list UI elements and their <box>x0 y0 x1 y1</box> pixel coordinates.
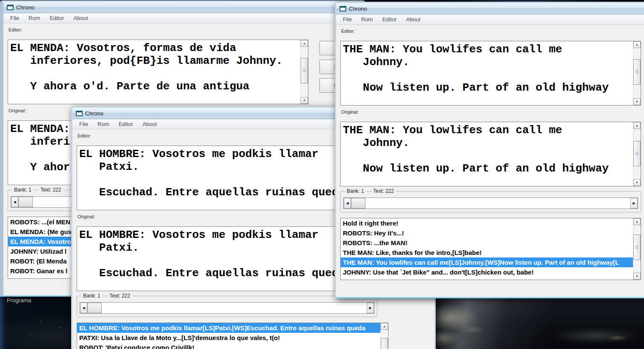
text-count-label: Text: 222 <box>371 188 396 194</box>
scroll-up-icon[interactable]: ▲ <box>381 323 388 330</box>
window-title: Chrono <box>85 110 104 117</box>
list-item[interactable]: ROBOTS: ...the MAN! <box>341 238 641 248</box>
editor-label: Editor: <box>9 27 22 32</box>
window-slot-front-right: Chrono FileRomEditorAbout Editor: THE MA… <box>335 2 644 298</box>
scroll-down-icon[interactable]: ▼ <box>633 98 641 105</box>
bank-label: Bank: 1 <box>81 293 102 299</box>
menu-bar: FileRomEditorAbout <box>3 13 364 23</box>
text-count-label: Text: 222 <box>108 293 132 299</box>
title-bar[interactable]: Chrono <box>3 2 364 13</box>
scroll-right-icon[interactable]: ▶ <box>367 303 374 313</box>
scrollbar-thumb[interactable] <box>381 338 388 349</box>
list-scrollbar[interactable]: ▲ ▼ <box>633 218 641 280</box>
editor-text: EL HOMBRE: Vosotros me podkis llamar Pat… <box>77 146 377 199</box>
desktop-label-programa: Programa <box>7 297 31 303</box>
text-index-scrollbar[interactable]: ◀ ▶ <box>80 302 374 314</box>
text-count-label: Text: 222 <box>39 187 63 193</box>
editor-text: EL MENDA: Vosotros, formas de vida infer… <box>8 40 308 93</box>
menu-bar: FileRomEditorAbout <box>336 14 644 25</box>
original-textbox[interactable]: THE MAN: You lowlifes can call me Johnny… <box>340 122 641 186</box>
list-item-selected[interactable]: EL HOMBRE: Vosotros me podkis llamar[LS]… <box>77 323 388 333</box>
app-icon <box>76 111 83 116</box>
list-item[interactable]: ROBOT: 'Patxi conduce como Crivillk! <box>77 343 388 349</box>
menu-item-rom[interactable]: Rom <box>356 16 377 23</box>
scrollbar-thumb[interactable] <box>351 198 365 209</box>
bank-groupbox: Bank: 1 Text: 222 ◀ ▶ <box>340 191 641 212</box>
menu-item-file[interactable]: File <box>6 15 24 21</box>
dialog-list-rows: Hold it right there!ROBOTS: Hey it's...!… <box>341 218 641 277</box>
dialog-list[interactable]: Hold it right there!ROBOTS: Hey it's...!… <box>340 218 641 280</box>
bank-label: Bank: 1 <box>12 187 33 193</box>
text-index-scrollbar[interactable]: ◀ ▶ <box>343 197 638 209</box>
list-item[interactable]: ROBOTS: Hey it's...! <box>341 228 641 238</box>
scrollbar-thumb[interactable] <box>633 59 641 85</box>
app-icon <box>7 5 14 10</box>
scroll-up-icon[interactable]: ▲ <box>633 218 641 225</box>
editor-scrollbar[interactable]: ▲ ▼ <box>300 40 308 104</box>
scroll-up-icon[interactable]: ▲ <box>633 41 641 48</box>
list-item[interactable]: THE MAN: Like, thanks for the intro,[LS]… <box>341 248 641 257</box>
scroll-up-icon[interactable]: ▲ <box>633 122 641 129</box>
menu-item-file[interactable]: File <box>75 121 93 127</box>
scrollbar-thumb[interactable] <box>633 141 641 166</box>
scroll-left-icon[interactable]: ◀ <box>11 197 18 207</box>
list-item[interactable]: PATXI: Usa la Llave de la Moto y...[LS]'… <box>77 333 388 343</box>
original-text: THE MAN: You lowlifes can call me Johnny… <box>341 122 641 175</box>
original-textbox[interactable]: EL HOMBRE: Vosotros me podkis llamar Pat… <box>77 226 377 291</box>
chrono-window-front-right: Chrono FileRomEditorAbout Editor: THE MA… <box>335 2 644 298</box>
title-bar[interactable]: Chrono <box>336 3 644 14</box>
original-label: Original: <box>341 109 359 114</box>
window-title: Chrono <box>16 4 34 11</box>
list-item-selected[interactable]: THE MAN: You lowlifes can call me[LS]Joh… <box>341 257 641 267</box>
scrollbar-thumb[interactable] <box>633 235 641 260</box>
editor-label: Editor: <box>341 29 355 34</box>
original-label: Original: <box>9 108 26 113</box>
original-scrollbar[interactable]: ▲ ▼ <box>633 122 641 186</box>
scroll-down-icon[interactable]: ▼ <box>301 97 308 104</box>
menu-item-file[interactable]: File <box>338 16 356 23</box>
bank-label: Bank: 1 <box>345 188 366 194</box>
menu-item-editor[interactable]: Editor <box>114 121 138 127</box>
original-text: EL HOMBRE: Vosotros me podkis llamar Pat… <box>77 227 377 280</box>
scroll-up-icon[interactable]: ▲ <box>301 40 308 47</box>
editor-scrollbar[interactable]: ▲ ▼ <box>633 41 641 105</box>
menu-item-editor[interactable]: Editor <box>377 16 401 23</box>
scroll-down-icon[interactable]: ▼ <box>633 273 641 280</box>
editor-text: THE MAN: You lowlifes can call me Johnny… <box>341 41 641 94</box>
window-title: Chrono <box>349 6 367 12</box>
dialog-list[interactable]: EL HOMBRE: Vosotros me podkis llamar[LS]… <box>77 323 388 349</box>
editor-textbox[interactable]: EL MENDA: Vosotros, formas de vida infer… <box>8 40 308 104</box>
scroll-down-icon[interactable]: ▼ <box>633 179 641 186</box>
menu-item-rom[interactable]: Rom <box>24 15 45 21</box>
menu-item-about[interactable]: About <box>69 15 92 21</box>
menu-item-rom[interactable]: Rom <box>93 121 114 127</box>
scrollbar-thumb[interactable] <box>18 197 33 207</box>
editor-textbox[interactable]: EL HOMBRE: Vosotros me podkis llamar Pat… <box>77 146 377 210</box>
scrollbar-thumb[interactable] <box>87 303 102 313</box>
earth-wallpaper <box>434 295 644 349</box>
list-scrollbar[interactable]: ▲ <box>380 323 388 349</box>
editor-textbox[interactable]: THE MAN: You lowlifes can call me Johnny… <box>340 41 641 106</box>
scrollbar-thumb[interactable] <box>301 58 308 83</box>
scroll-right-icon[interactable]: ▶ <box>630 198 638 209</box>
list-item[interactable]: JOHNNY: Use that `Jet Bike" and... don't… <box>341 267 641 277</box>
menu-item-about[interactable]: About <box>401 16 425 23</box>
list-item[interactable]: Hold it right there! <box>341 218 641 228</box>
scroll-left-icon[interactable]: ◀ <box>80 303 87 313</box>
editor-label: Editor: <box>78 133 91 138</box>
bank-groupbox: Bank: 1 Text: 222 ◀ ▶ <box>77 296 377 317</box>
original-label: Original: <box>78 214 95 219</box>
menu-item-editor[interactable]: Editor <box>45 15 69 21</box>
scroll-left-icon[interactable]: ◀ <box>344 198 351 209</box>
menu-item-about[interactable]: About <box>138 121 161 127</box>
app-icon <box>339 6 346 11</box>
dialog-list-rows: EL HOMBRE: Vosotros me podkis llamar[LS]… <box>77 323 388 349</box>
